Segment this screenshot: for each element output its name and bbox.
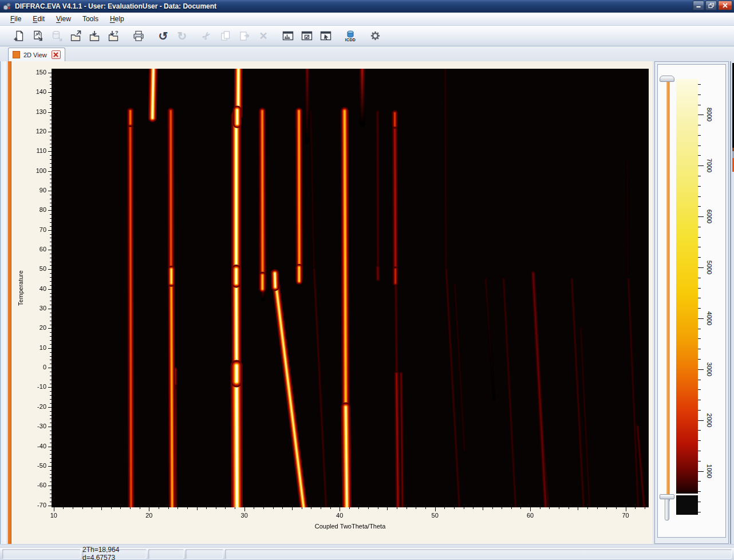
toolbar-button-label: ICDD bbox=[345, 38, 356, 42]
intensity-scale-label: 1000 bbox=[706, 464, 713, 478]
paste-button bbox=[236, 27, 252, 45]
import-file-query-button[interactable]: ? bbox=[106, 27, 122, 45]
database-import-button bbox=[49, 27, 65, 45]
svg-text:?: ? bbox=[115, 30, 119, 36]
new-document-button[interactable] bbox=[11, 27, 27, 45]
print-icon bbox=[133, 30, 144, 42]
icdd-database-button[interactable]: ICDD bbox=[342, 27, 358, 45]
app-window: DIFFRAC.EVA V4.1.1 - User: EvaluationUse… bbox=[0, 0, 734, 560]
new-document-icon bbox=[14, 30, 25, 42]
copy-icon bbox=[220, 30, 231, 42]
menu-item-file[interactable]: File bbox=[5, 13, 27, 25]
intensity-slider-track[interactable] bbox=[666, 78, 670, 502]
status-segment bbox=[2, 549, 81, 559]
undo-icon: ↺ bbox=[159, 30, 168, 42]
new-chart-window-button[interactable] bbox=[280, 27, 296, 45]
intensity-scale-panel: 80007000600050004000300020001000 bbox=[654, 61, 729, 544]
new-list-window-button[interactable] bbox=[299, 27, 315, 45]
restore-button[interactable] bbox=[705, 1, 717, 10]
redo-button: ↻ bbox=[174, 27, 190, 45]
undo-button[interactable]: ↺ bbox=[155, 27, 171, 45]
intensity-cutoff-block bbox=[676, 495, 698, 515]
tab-close-icon bbox=[53, 52, 58, 57]
export-file-icon bbox=[70, 30, 82, 42]
toolbar: ?↺↻✂✕ICDD bbox=[0, 26, 734, 46]
content-area: 80007000600050004000300020001000 bbox=[0, 61, 734, 544]
cut-icon: ✂ bbox=[203, 30, 211, 42]
status-segment bbox=[186, 549, 223, 559]
window-left-frame bbox=[0, 61, 8, 544]
intensity-scale-label: 7000 bbox=[706, 159, 713, 172]
status-segment bbox=[148, 549, 184, 559]
menu-item-edit[interactable]: Edit bbox=[27, 13, 50, 25]
tab-bar: 2D View bbox=[0, 46, 734, 61]
clipped-side-view bbox=[730, 61, 734, 544]
import-scan-button[interactable] bbox=[30, 27, 46, 45]
menu-item-view[interactable]: View bbox=[50, 13, 77, 25]
cut-button: ✂ bbox=[199, 27, 215, 45]
intensity-scale-ticks bbox=[698, 79, 705, 515]
copy-button bbox=[218, 27, 234, 45]
window-title: DIFFRAC.EVA V4.1.1 - User: EvaluationUse… bbox=[15, 2, 216, 10]
close-button[interactable] bbox=[718, 1, 732, 10]
menu-bar: FileEditViewToolsHelp bbox=[0, 13, 734, 26]
status-segment bbox=[225, 549, 732, 559]
intensity-scale-label: 2000 bbox=[706, 413, 713, 427]
import-scan-icon bbox=[33, 30, 44, 42]
icdd-database-icon bbox=[345, 30, 356, 38]
settings-gear-icon bbox=[370, 30, 381, 41]
intensity-scale-labels: 80007000600050004000300020001000 bbox=[706, 79, 715, 515]
plot-canvas[interactable] bbox=[11, 61, 653, 544]
menu-item-help[interactable]: Help bbox=[104, 13, 130, 25]
redo-icon: ↻ bbox=[177, 30, 187, 42]
new-pointer-window-button[interactable] bbox=[318, 27, 334, 45]
paste-icon bbox=[239, 30, 250, 42]
intensity-scale-label: 5000 bbox=[706, 261, 713, 274]
settings-gear-button[interactable] bbox=[367, 27, 383, 45]
database-import-icon bbox=[52, 30, 63, 42]
intensity-slider-handle-stem[interactable] bbox=[665, 499, 669, 520]
export-file-button[interactable] bbox=[68, 27, 84, 45]
delete-icon: ✕ bbox=[259, 30, 267, 42]
close-icon bbox=[723, 3, 728, 8]
menu-item-tools[interactable]: Tools bbox=[77, 13, 104, 25]
tab-close-button[interactable] bbox=[52, 50, 61, 59]
intensity-scale-label: 4000 bbox=[706, 311, 713, 325]
intensity-scale-label: 6000 bbox=[706, 210, 713, 223]
app-icon bbox=[3, 2, 11, 11]
tab-2d-view[interactable]: 2D View bbox=[8, 48, 65, 61]
import-file-icon bbox=[89, 30, 101, 42]
minimize-icon bbox=[696, 3, 701, 8]
restore-icon bbox=[708, 3, 715, 9]
intensity-gradient-bar bbox=[676, 79, 698, 494]
minimize-button[interactable] bbox=[693, 1, 704, 10]
intensity-scale-label: 8000 bbox=[706, 108, 713, 121]
intensity-scale-label: 3000 bbox=[706, 362, 713, 376]
title-bar[interactable]: DIFFRAC.EVA V4.1.1 - User: EvaluationUse… bbox=[0, 0, 734, 13]
new-pointer-window-icon bbox=[320, 31, 332, 41]
new-list-window-icon bbox=[301, 31, 313, 41]
import-file-button[interactable] bbox=[87, 27, 103, 45]
window-controls bbox=[693, 1, 732, 10]
cursor-position-readout: 2Th=18,964 d=4,67573 bbox=[82, 549, 147, 559]
tab-label: 2D View bbox=[23, 52, 47, 58]
import-file-query-icon: ? bbox=[108, 30, 120, 42]
intensity-slider-handle-top[interactable] bbox=[660, 76, 674, 82]
2d-view-tab-icon bbox=[13, 51, 20, 58]
delete-button: ✕ bbox=[255, 27, 271, 45]
status-bar: 2Th=18,964 d=4,67573 bbox=[0, 547, 734, 560]
plot-panel bbox=[11, 61, 653, 544]
new-chart-window-icon bbox=[282, 31, 294, 41]
print-button[interactable] bbox=[131, 27, 147, 45]
